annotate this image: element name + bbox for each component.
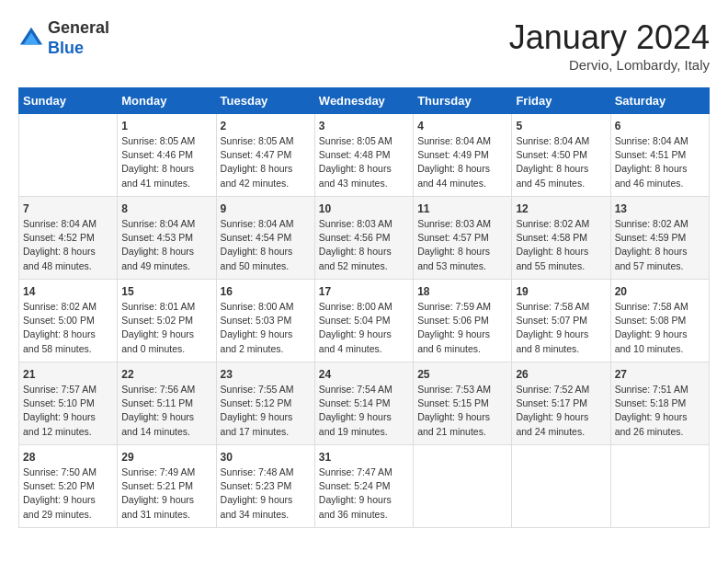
calendar-cell: 2Sunrise: 8:05 AMSunset: 4:47 PMDaylight… [216, 114, 314, 197]
day-info: Sunrise: 8:02 AMSunset: 4:59 PMDaylight:… [615, 217, 705, 273]
day-info: Sunrise: 7:55 AMSunset: 5:12 PMDaylight:… [221, 383, 311, 439]
day-info: Sunrise: 8:00 AMSunset: 5:04 PMDaylight:… [319, 300, 409, 356]
calendar-cell: 17Sunrise: 8:00 AMSunset: 5:04 PMDayligh… [314, 280, 413, 362]
day-info: Sunrise: 7:58 AMSunset: 5:08 PMDaylight:… [615, 300, 705, 356]
day-number: 4 [417, 120, 507, 132]
day-info: Sunrise: 8:00 AMSunset: 5:03 PMDaylight:… [221, 300, 311, 356]
calendar-cell: 23Sunrise: 7:55 AMSunset: 5:12 PMDayligh… [216, 362, 314, 445]
day-number: 28 [23, 451, 113, 464]
calendar-cell: 8Sunrise: 8:04 AMSunset: 4:53 PMDaylight… [118, 197, 216, 280]
calendar-cell: 4Sunrise: 8:04 AMSunset: 4:49 PMDaylight… [414, 114, 512, 197]
day-info: Sunrise: 7:50 AMSunset: 5:20 PMDaylight:… [23, 465, 113, 522]
day-info: Sunrise: 8:05 AMSunset: 4:46 PMDaylight:… [121, 134, 211, 190]
calendar-cell: 13Sunrise: 8:02 AMSunset: 4:59 PMDayligh… [610, 197, 709, 280]
day-number: 27 [615, 368, 705, 381]
day-number: 20 [615, 285, 705, 298]
day-number: 24 [319, 368, 409, 381]
day-number: 25 [417, 368, 507, 381]
day-number: 11 [417, 202, 507, 215]
day-info: Sunrise: 8:04 AMSunset: 4:51 PMDaylight:… [615, 134, 705, 190]
col-header-sunday: Sunday [19, 88, 118, 114]
col-header-friday: Friday [512, 88, 610, 114]
calendar-cell: 3Sunrise: 8:05 AMSunset: 4:48 PMDaylight… [314, 114, 413, 197]
day-number: 22 [121, 368, 211, 381]
logo-blue-text: Blue [48, 39, 84, 57]
day-number: 23 [221, 368, 311, 381]
calendar-week-row: 7Sunrise: 8:04 AMSunset: 4:52 PMDaylight… [19, 197, 710, 280]
col-header-monday: Monday [118, 88, 216, 114]
calendar-week-row: 21Sunrise: 7:57 AMSunset: 5:10 PMDayligh… [19, 362, 710, 445]
calendar-cell: 21Sunrise: 7:57 AMSunset: 5:10 PMDayligh… [19, 362, 118, 445]
day-info: Sunrise: 7:49 AMSunset: 5:21 PMDaylight:… [121, 465, 211, 522]
day-info: Sunrise: 7:56 AMSunset: 5:11 PMDaylight:… [121, 383, 211, 439]
day-number: 13 [615, 202, 705, 215]
day-info: Sunrise: 8:05 AMSunset: 4:47 PMDaylight:… [221, 134, 311, 190]
day-info: Sunrise: 8:04 AMSunset: 4:49 PMDaylight:… [417, 134, 507, 190]
calendar-week-row: 1Sunrise: 8:05 AMSunset: 4:46 PMDaylight… [19, 114, 710, 197]
day-info: Sunrise: 7:48 AMSunset: 5:23 PMDaylight:… [221, 465, 311, 522]
calendar-cell: 6Sunrise: 8:04 AMSunset: 4:51 PMDaylight… [610, 114, 709, 197]
calendar-cell: 11Sunrise: 8:03 AMSunset: 4:57 PMDayligh… [414, 197, 512, 280]
day-number: 29 [121, 451, 211, 464]
location-subtitle: Dervio, Lombardy, Italy [509, 57, 710, 73]
logo-general-text: General [48, 18, 109, 37]
day-number: 10 [319, 202, 409, 215]
day-info: Sunrise: 7:52 AMSunset: 5:17 PMDaylight:… [516, 383, 606, 439]
day-number: 7 [23, 202, 113, 215]
day-number: 5 [516, 120, 606, 132]
day-number: 16 [221, 285, 311, 298]
page-header: General Blue January 2024 Dervio, Lombar… [18, 18, 710, 73]
calendar-cell: 14Sunrise: 8:02 AMSunset: 5:00 PMDayligh… [19, 280, 118, 362]
day-number: 8 [121, 202, 211, 215]
calendar-cell: 12Sunrise: 8:02 AMSunset: 4:58 PMDayligh… [512, 197, 610, 280]
day-info: Sunrise: 7:47 AMSunset: 5:24 PMDaylight:… [319, 465, 409, 522]
day-number: 31 [319, 451, 409, 464]
col-header-thursday: Thursday [414, 88, 512, 114]
logo-icon [18, 26, 44, 52]
day-info: Sunrise: 8:03 AMSunset: 4:57 PMDaylight:… [417, 217, 507, 273]
day-info: Sunrise: 8:04 AMSunset: 4:50 PMDaylight:… [516, 134, 606, 190]
day-number: 14 [23, 285, 113, 298]
day-number: 21 [23, 368, 113, 381]
calendar-cell: 24Sunrise: 7:54 AMSunset: 5:14 PMDayligh… [314, 362, 413, 445]
calendar-table: SundayMondayTuesdayWednesdayThursdayFrid… [18, 87, 710, 528]
day-info: Sunrise: 8:04 AMSunset: 4:54 PMDaylight:… [221, 217, 311, 273]
day-info: Sunrise: 8:05 AMSunset: 4:48 PMDaylight:… [319, 134, 409, 190]
calendar-cell: 28Sunrise: 7:50 AMSunset: 5:20 PMDayligh… [19, 445, 118, 528]
day-info: Sunrise: 8:02 AMSunset: 5:00 PMDaylight:… [23, 300, 113, 356]
calendar-header-row: SundayMondayTuesdayWednesdayThursdayFrid… [19, 88, 710, 114]
calendar-cell: 7Sunrise: 8:04 AMSunset: 4:52 PMDaylight… [19, 197, 118, 280]
calendar-cell: 26Sunrise: 7:52 AMSunset: 5:17 PMDayligh… [512, 362, 610, 445]
day-number: 9 [221, 202, 311, 215]
day-number: 30 [221, 451, 311, 464]
day-number: 1 [121, 120, 211, 132]
calendar-cell: 10Sunrise: 8:03 AMSunset: 4:56 PMDayligh… [314, 197, 413, 280]
calendar-cell: 22Sunrise: 7:56 AMSunset: 5:11 PMDayligh… [118, 362, 216, 445]
col-header-saturday: Saturday [610, 88, 709, 114]
calendar-cell: 18Sunrise: 7:59 AMSunset: 5:06 PMDayligh… [414, 280, 512, 362]
calendar-week-row: 14Sunrise: 8:02 AMSunset: 5:00 PMDayligh… [19, 280, 710, 362]
day-number: 15 [121, 285, 211, 298]
calendar-cell: 29Sunrise: 7:49 AMSunset: 5:21 PMDayligh… [118, 445, 216, 528]
day-info: Sunrise: 8:01 AMSunset: 5:02 PMDaylight:… [121, 300, 211, 356]
logo: General Blue [18, 18, 109, 58]
calendar-cell: 5Sunrise: 8:04 AMSunset: 4:50 PMDaylight… [512, 114, 610, 197]
calendar-cell: 25Sunrise: 7:53 AMSunset: 5:15 PMDayligh… [414, 362, 512, 445]
day-info: Sunrise: 8:04 AMSunset: 4:52 PMDaylight:… [23, 217, 113, 273]
day-number: 26 [516, 368, 606, 381]
day-info: Sunrise: 7:51 AMSunset: 5:18 PMDaylight:… [615, 383, 705, 439]
calendar-cell [414, 445, 512, 528]
calendar-cell: 19Sunrise: 7:58 AMSunset: 5:07 PMDayligh… [512, 280, 610, 362]
col-header-wednesday: Wednesday [314, 88, 413, 114]
calendar-cell [512, 445, 610, 528]
calendar-week-row: 28Sunrise: 7:50 AMSunset: 5:20 PMDayligh… [19, 445, 710, 528]
month-title: January 2024 [509, 18, 710, 57]
calendar-cell: 15Sunrise: 8:01 AMSunset: 5:02 PMDayligh… [118, 280, 216, 362]
calendar-cell [19, 114, 118, 197]
day-info: Sunrise: 7:59 AMSunset: 5:06 PMDaylight:… [417, 300, 507, 356]
calendar-cell: 16Sunrise: 8:00 AMSunset: 5:03 PMDayligh… [216, 280, 314, 362]
calendar-cell: 20Sunrise: 7:58 AMSunset: 5:08 PMDayligh… [610, 280, 709, 362]
calendar-cell: 9Sunrise: 8:04 AMSunset: 4:54 PMDaylight… [216, 197, 314, 280]
calendar-cell: 27Sunrise: 7:51 AMSunset: 5:18 PMDayligh… [610, 362, 709, 445]
day-info: Sunrise: 7:58 AMSunset: 5:07 PMDaylight:… [516, 300, 606, 356]
